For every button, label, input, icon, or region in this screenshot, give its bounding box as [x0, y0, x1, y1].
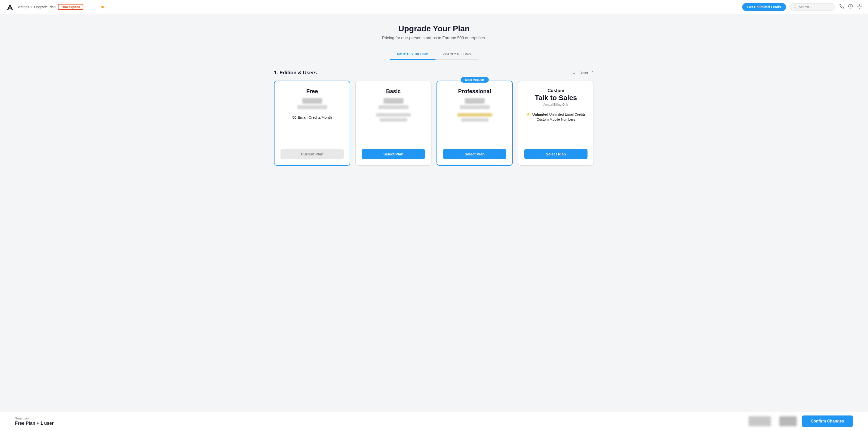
svg-point-6 [859, 5, 860, 7]
plan-card-basic: Basic Select Plan [355, 81, 432, 166]
price-extra-block-professional [457, 113, 492, 117]
plans-grid: Free 50 Email Credits/Month Current Plan… [274, 81, 594, 166]
plan-card-professional: Most Popular Professional Select Plan [436, 81, 513, 166]
plan-name-custom: Custom [548, 88, 564, 93]
header: Settings > Upgrade Plan Trial expired Ge… [0, 0, 868, 14]
trial-badge: Trial expired [58, 4, 83, 10]
plan-card-free: Free 50 Email Credits/Month Current Plan [274, 81, 350, 166]
apollo-logo [6, 3, 14, 11]
price-block-basic [383, 98, 403, 104]
price-sub-block-free [297, 105, 327, 109]
plan-card-custom: Custom Talk to Sales Annual Billing Only… [518, 81, 594, 166]
expand-icon[interactable]: ⌃ [591, 70, 594, 75]
breadcrumb-parent: Settings [17, 5, 29, 9]
section-title: 1. Edition & Users [274, 70, 317, 76]
search-input[interactable] [799, 5, 831, 9]
price-block-free [302, 98, 322, 104]
search-icon [794, 5, 797, 9]
page-subtitle: Pricing for one-person startups to Fortu… [274, 36, 594, 40]
trial-arrow-icon [85, 4, 105, 9]
breadcrumb: Settings > Upgrade Plan [17, 5, 56, 9]
breadcrumb-separator: > [31, 5, 33, 9]
plan-credits-free: 50 Email Credits/Month [292, 115, 332, 119]
svg-text:?: ? [850, 5, 851, 8]
summary-price-blocks [748, 416, 797, 426]
collapse-icon[interactable]: ⌄ [572, 70, 576, 75]
plan-name-professional: Professional [458, 88, 491, 95]
plan-name-free: Free [306, 88, 318, 95]
summary-divider [775, 416, 775, 426]
plan-talk-to-sales: Talk to Sales [535, 94, 577, 102]
plan-billing-note: Annual Billing Only [543, 103, 568, 106]
header-left: Settings > Upgrade Plan Trial expired [6, 3, 742, 11]
confirm-changes-button[interactable]: Confirm Changes [802, 415, 853, 427]
svg-marker-1 [101, 6, 105, 8]
select-plan-button-professional[interactable]: Select Plan [443, 149, 506, 159]
select-plan-button-basic[interactable]: Select Plan [362, 149, 425, 159]
plan-custom-features: ⚡ Unlimited Unlimited Email Credits Cust… [526, 112, 586, 122]
billing-tabs: MONTHLY BILLING YEARLY BILLING [390, 49, 478, 60]
select-plan-button-custom[interactable]: Select Plan [524, 149, 588, 159]
summary-price-block-1 [748, 416, 771, 426]
help-icon[interactable]: ? [848, 4, 853, 10]
summary-value: Free Plan + 1 user [15, 421, 744, 426]
price-block-professional [465, 98, 485, 104]
svg-line-3 [796, 7, 797, 8]
tab-monthly[interactable]: MONTHLY BILLING [390, 49, 435, 60]
price-extra-block-basic [376, 113, 411, 117]
unlimited-email-credits: ⚡ Unlimited Unlimited Email Credits [526, 112, 586, 116]
price-sub-block-professional [460, 105, 490, 109]
breadcrumb-current: Upgrade Plan [34, 5, 56, 9]
settings-icon[interactable] [857, 4, 862, 10]
custom-mobile-numbers: Custom Mobile Numbers [526, 117, 586, 121]
header-right: Get Unlimited Leads ? [742, 3, 862, 11]
page-title: Upgrade Your Plan [274, 24, 594, 33]
user-control: ⌄ 1 User ⌃ [572, 70, 594, 75]
tab-yearly[interactable]: YEARLY BILLING [435, 49, 478, 60]
section-header: 1. Edition & Users ⌄ 1 User ⌃ [274, 70, 594, 76]
lightning-icon: ⚡ [526, 112, 530, 116]
price-sub-block-basic [378, 105, 408, 109]
trial-badge-container: Trial expired [58, 4, 105, 10]
phone-icon[interactable] [839, 4, 844, 10]
summary-bar: Summary Free Plan + 1 user Confirm Chang… [0, 411, 868, 431]
main-content: Upgrade Your Plan Pricing for one-person… [259, 14, 609, 191]
summary-price-block-2 [779, 416, 797, 426]
user-count: 1 User [578, 71, 588, 75]
price-extra-block2-basic [380, 118, 407, 122]
current-plan-button: Current Plan [280, 149, 344, 159]
summary-label: Summary [15, 416, 744, 420]
summary-text: Summary Free Plan + 1 user [15, 416, 744, 426]
search-box[interactable] [790, 3, 835, 10]
price-extra-block2-professional [461, 118, 489, 122]
most-popular-badge: Most Popular [461, 77, 489, 83]
get-unlimited-leads-button[interactable]: Get Unlimited Leads [742, 3, 786, 11]
plan-name-basic: Basic [386, 88, 401, 95]
